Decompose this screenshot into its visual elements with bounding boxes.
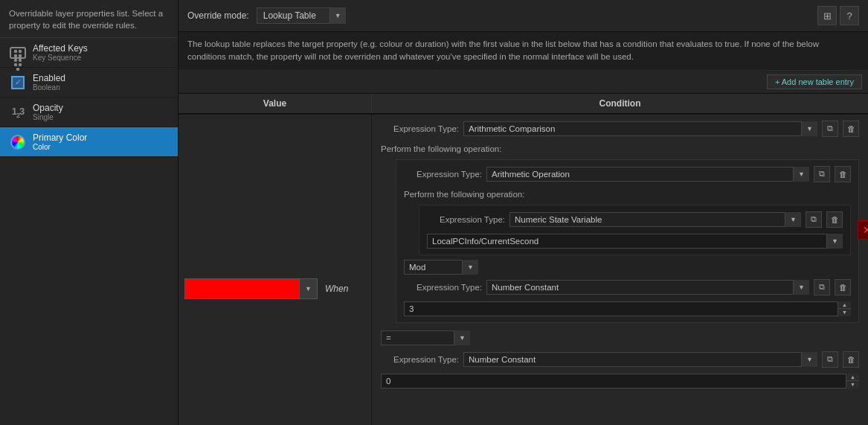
123-icon: 123 — [7, 106, 28, 119]
delete-button-3[interactable]: 🗑 — [826, 211, 843, 228]
color-dropdown-button[interactable]: ▼ — [300, 278, 318, 299]
expr-select-wrapper-1: Arithmetic Comparison ▼ — [463, 121, 817, 136]
expr-label-2: Expression Type: — [404, 170, 482, 179]
column-header-value: Value — [179, 94, 372, 113]
sidebar: Overridable layer properties list. Selec… — [0, 0, 179, 425]
affected-keys-sub: Key Sequence — [33, 54, 88, 62]
override-mode-label: Override mode: — [187, 10, 249, 21]
value-column: ▼ When — [179, 115, 372, 426]
nested-section-2: Expression Type: Numeric State Variable … — [419, 205, 851, 255]
number-spinner-2: ▲ ▼ — [846, 374, 859, 389]
enabled-sub: Boolean — [33, 83, 65, 92]
perform-text-1: Perform the following operation: — [381, 144, 859, 153]
spin-up-2[interactable]: ▲ — [846, 374, 859, 382]
eq-row: = != < > <= >= ▼ — [381, 330, 859, 345]
add-entry-bar: + Add new table entry — [179, 71, 868, 94]
delete-button-2[interactable]: 🗑 — [835, 166, 851, 182]
expr-row-3: Expression Type: Numeric State Variable … — [427, 211, 843, 228]
sidebar-item-enabled[interactable]: ✓ Enabled Boolean — [0, 68, 178, 98]
spin-down-2[interactable]: ▼ — [846, 381, 859, 389]
expr-row-4: Expression Type: Number Constant ▼ ⧉ 🗑 — [404, 279, 851, 295]
copy-button-3[interactable]: ⧉ — [806, 211, 822, 228]
nested-section-1: Expression Type: Arithmetic Operation ▼ … — [396, 159, 859, 323]
number-input-2[interactable] — [381, 374, 859, 389]
expr-row-5: Expression Type: Number Constant ▼ ⧉ 🗑 — [381, 351, 859, 368]
main-panel: Override mode: Lookup Table Single Value… — [179, 0, 868, 425]
sidebar-header: Overridable layer properties list. Selec… — [0, 0, 178, 38]
enabled-title: Enabled — [33, 73, 65, 83]
eq-select[interactable]: = != < > <= >= — [381, 330, 470, 345]
expr-select-1[interactable]: Arithmetic Comparison — [463, 121, 817, 136]
perform-text-2: Perform the following operation: — [404, 190, 851, 199]
expr-select-5[interactable]: Number Constant — [463, 352, 817, 367]
sidebar-item-affected-keys[interactable]: Affected Keys Key Sequence — [0, 38, 178, 68]
expr-select-wrapper-4: Number Constant ▼ — [486, 280, 809, 295]
override-mode-select-wrapper: Lookup Table Single Value Disabled ▼ — [257, 7, 346, 24]
help-icon-btn[interactable]: ? — [840, 6, 859, 25]
number-input-1[interactable] — [404, 301, 851, 316]
mod-row: Mod Add Subtract Multiply Divide ▼ — [404, 260, 851, 275]
delete-button-1[interactable]: 🗑 — [843, 121, 859, 137]
expr-select-2[interactable]: Arithmetic Operation — [486, 167, 809, 182]
mod-select-wrapper: Mod Add Subtract Multiply Divide ▼ — [404, 260, 478, 275]
topbar: Override mode: Lookup Table Single Value… — [179, 0, 868, 32]
override-mode-select[interactable]: Lookup Table Single Value Disabled — [257, 7, 346, 24]
opacity-sub: Single — [33, 113, 63, 121]
expr-label-3: Expression Type: — [427, 215, 505, 224]
expr-select-wrapper-2: Arithmetic Operation ▼ — [486, 167, 809, 182]
copy-button-2[interactable]: ⧉ — [814, 166, 830, 182]
content-area: ▼ When Expression Type: Arithmetic Compa… — [179, 115, 868, 426]
mod-select[interactable]: Mod Add Subtract Multiply Divide — [404, 260, 478, 275]
var-select-wrapper: LocalPCInfo/CurrentSecond ▼ — [427, 234, 843, 249]
var-select-row: LocalPCInfo/CurrentSecond ▼ — [427, 234, 843, 249]
expr-label-4: Expression Type: — [404, 283, 482, 292]
delete-button-4[interactable]: 🗑 — [835, 279, 851, 295]
sidebar-item-opacity[interactable]: 123 Opacity Single — [0, 98, 178, 127]
restore-icon-btn[interactable]: ⊞ — [817, 6, 837, 25]
color-wheel-icon — [7, 135, 28, 150]
copy-button-4[interactable]: ⧉ — [814, 279, 830, 295]
number-spinner-1: ▲ ▼ — [838, 301, 851, 316]
expr-select-wrapper-5: Number Constant ▼ — [463, 352, 817, 367]
expr-label-1: Expression Type: — [381, 124, 459, 133]
affected-keys-title: Affected Keys — [33, 43, 88, 54]
expr-select-4[interactable]: Number Constant — [486, 280, 809, 295]
expr-label-5: Expression Type: — [381, 355, 459, 364]
var-select[interactable]: LocalPCInfo/CurrentSecond — [427, 234, 843, 249]
delete-button-5[interactable]: 🗑 — [843, 351, 859, 368]
color-swatch[interactable] — [184, 278, 300, 299]
expr-row-2: Expression Type: Arithmetic Operation ▼ … — [404, 166, 851, 182]
copy-button-1[interactable]: ⧉ — [822, 121, 838, 137]
sidebar-item-primary-color[interactable]: Primary Color Color — [0, 127, 178, 157]
opacity-title: Opacity — [33, 103, 63, 113]
expr-select-wrapper-3: Numeric State Variable ▼ — [509, 212, 801, 227]
spin-down-1[interactable]: ▼ — [838, 309, 851, 316]
condition-column: Expression Type: Arithmetic Comparison ▼… — [372, 115, 868, 426]
keyboard-icon — [7, 47, 28, 59]
spin-up-1[interactable]: ▲ — [838, 301, 851, 310]
color-picker-row: ▼ When — [184, 278, 348, 299]
column-header-condition: Condition — [372, 94, 868, 113]
expr-select-3[interactable]: Numeric State Variable — [509, 212, 801, 227]
number-input-wrapper-1: ▲ ▼ — [404, 301, 851, 316]
eq-select-wrapper: = != < > <= >= ▼ — [381, 330, 470, 345]
info-text: The lookup table replaces the target pro… — [179, 32, 868, 71]
when-label: When — [325, 284, 348, 294]
expr-row-1: Expression Type: Arithmetic Comparison ▼… — [381, 121, 859, 137]
primary-color-title: Primary Color — [33, 132, 87, 143]
check-icon: ✓ — [7, 76, 28, 89]
delete-row-button[interactable]: ✕ — [858, 220, 868, 240]
number-input-wrapper-2: ▲ ▼ — [381, 374, 859, 389]
table-header: Value Condition — [179, 94, 868, 115]
copy-button-5[interactable]: ⧉ — [822, 351, 838, 368]
add-new-entry-button[interactable]: + Add new table entry — [767, 74, 862, 89]
primary-color-sub: Color — [33, 143, 87, 151]
